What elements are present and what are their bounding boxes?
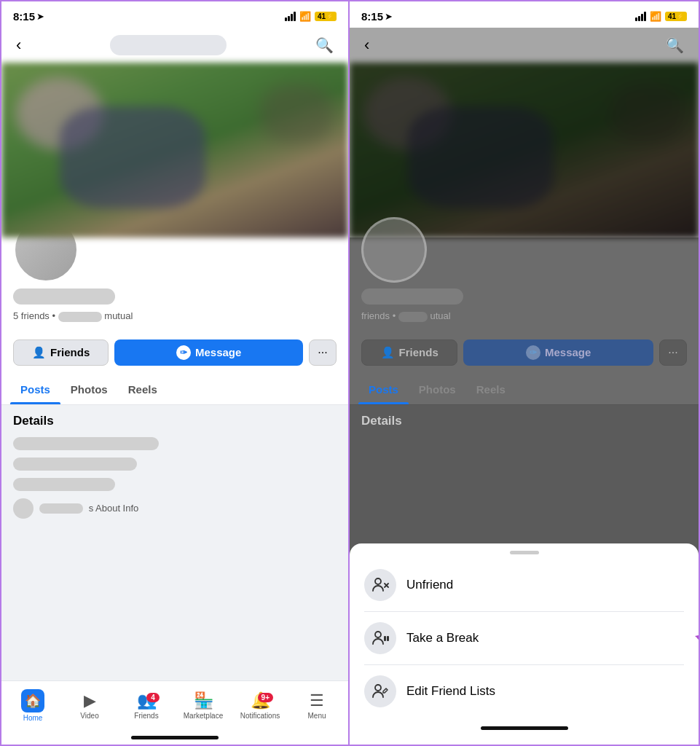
friends-button-right[interactable]: 👤 Friends [361,339,457,366]
nav-item-video[interactable]: ▶ Video [61,691,118,720]
nav-item-home[interactable]: 🏠 Home [4,689,61,722]
home-icon: 🏠 [21,689,44,712]
mutual-text-right: utual [430,310,450,321]
nav-item-friends[interactable]: 👥 4 Friends [118,691,175,720]
friends-count-right: friends [361,310,390,321]
profile-section-left: 5 friends • mutual [1,237,348,331]
messenger-icon-wrapper-left: ✑ [176,345,191,360]
arrow-annotation [691,620,700,656]
nav-item-menu[interactable]: ☰ Menu [288,691,345,720]
messenger-icon-right: ✑ [530,348,537,358]
about-dot-left [13,498,34,519]
friends-button-left[interactable]: 👤 Friends [13,339,109,366]
sheet-item-unfriend[interactable]: Unfriend [350,559,699,611]
tab-photos-left[interactable]: Photos [60,374,118,404]
sheet-home-bar [481,726,568,730]
wifi-icon-left: 📶 [299,11,311,22]
cover-photo-left [1,63,348,237]
messenger-icon-wrapper-right: ✑ [526,345,540,360]
content-area-left: Details s About Info [1,405,348,680]
sheet-handle [510,551,539,554]
status-time-right: 8:15 [361,10,383,23]
friends-icon-left: 👤 [32,346,46,359]
more-button-label-left: ··· [318,346,327,359]
nav-pill-left [110,35,227,55]
location-icon-right: ➤ [385,11,393,22]
tab-posts-left[interactable]: Posts [10,374,60,404]
svg-rect-5 [387,636,389,641]
home-indicator-left [1,730,348,745]
nav-bar-left: ‹ 🔍 [1,28,348,63]
video-label: Video [80,712,98,720]
nav-item-notifications[interactable]: 🔔 9+ Notifications [232,691,288,720]
action-buttons-right: 👤 Friends ✑ Message ··· [350,331,699,374]
sheet-item-edit-friend-lists[interactable]: Edit Friend Lists [350,665,699,718]
svg-point-3 [375,632,381,637]
profile-name-right [361,288,463,305]
battery-right: 41⚡ [665,12,687,21]
home-label: Home [23,714,43,722]
search-button-right[interactable]: 🔍 [663,34,687,57]
back-button-right[interactable]: ‹ [361,33,372,58]
friends-count-left: 5 friends [13,310,50,321]
profile-avatar-right [361,217,427,283]
profile-meta-left: 5 friends • mutual [13,310,337,322]
signal-bars-right [635,11,646,21]
right-phone-panel: 8:15 ➤ 📶 41⚡ ‹ 🔍 friends • [350,0,700,746]
mutual-text-left: mutual [104,310,133,321]
home-indicator-bar-left [131,736,219,739]
profile-name-left [13,288,115,305]
status-bar-right: 8:15 ➤ 📶 41⚡ [350,1,699,28]
tab-posts-right[interactable]: Posts [358,374,409,404]
more-button-right[interactable]: ··· [659,339,687,366]
mutual-pill-left [58,312,102,322]
status-bar-left: 8:15 ➤ 📶 41⚡ [1,1,348,28]
sheet-item-take-a-break[interactable]: Take a Break [350,612,699,664]
back-button-left[interactable]: ‹ [13,33,24,58]
about-row-left[interactable]: s About Info [13,498,337,519]
sheet-home-indicator [350,718,699,733]
signal-bars-left [285,11,296,21]
dot-separator-right: • [393,310,398,321]
search-button-left[interactable]: 🔍 [312,34,337,57]
nav-bar-right: ‹ 🔍 [350,28,699,63]
tabs-row-left: Posts Photos Reels [1,374,348,405]
mutual-pill-right [398,312,428,322]
details-title-left: Details [13,414,337,428]
profile-avatar-row-right [361,217,687,283]
tab-reels-left[interactable]: Reels [118,374,168,404]
profile-meta-right: friends • utual [361,310,687,322]
status-icons-left: 📶 41⚡ [285,11,337,22]
message-button-left[interactable]: ✑ Message [114,339,303,366]
tab-reels-right[interactable]: Reels [466,374,516,404]
take-a-break-icon [364,622,396,654]
location-icon-left: ➤ [36,11,44,22]
more-button-left[interactable]: ··· [309,339,337,366]
friends-nav-label: Friends [134,712,158,720]
message-button-label-right: Message [545,346,591,358]
left-phone-panel: 8:15 ➤ 📶 41⚡ ‹ 🔍 5 friends [0,0,350,746]
notifications-badge: 9+ [258,693,273,702]
svg-point-7 [375,685,381,691]
edit-friend-lists-icon [364,675,396,707]
detail-item-1-left [13,437,159,450]
detail-item-3-left [13,478,115,491]
messenger-icon-left: ✑ [180,348,187,358]
friends-button-label-right: Friends [399,346,439,358]
friends-badge: 4 [146,693,160,702]
unfriend-icon [364,569,396,601]
cover-photo-right [350,63,699,237]
detail-item-2-left [13,458,137,471]
action-buttons-left: 👤 Friends ✑ Message ··· [1,331,348,374]
svg-marker-6 [695,635,700,642]
message-button-right[interactable]: ✑ Message [463,339,653,366]
unfriend-label: Unfriend [406,578,453,592]
sheet-handle-row [350,543,699,559]
more-button-label-right: ··· [668,346,677,359]
message-button-label-left: Message [195,346,241,358]
tabs-row-right: Posts Photos Reels [350,374,699,405]
nav-item-marketplace[interactable]: 🏪 Marketplace [175,691,232,720]
marketplace-label: Marketplace [184,712,223,720]
status-time-left: 8:15 [13,10,35,23]
tab-photos-right[interactable]: Photos [409,374,466,404]
